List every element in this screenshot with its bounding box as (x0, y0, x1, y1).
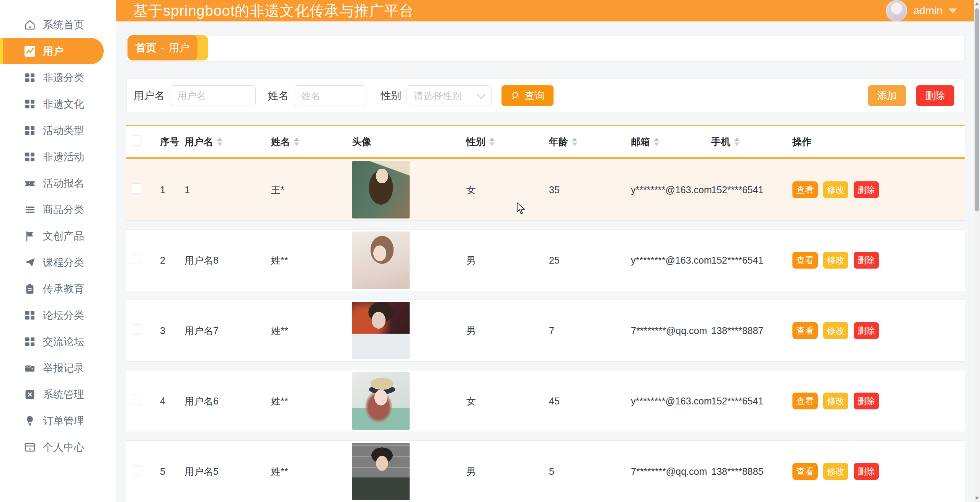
sort-carets-icon[interactable] (489, 137, 495, 146)
row-gender: 女 (466, 395, 476, 407)
view-button[interactable]: 查看 (792, 322, 818, 339)
column-header-用户名[interactable]: 用户名 (185, 135, 222, 148)
content: 首页 - 用户 用户名 姓名 性别 请选择性别 (116, 21, 980, 502)
search-button[interactable]: 查询 (501, 85, 554, 106)
edit-button[interactable]: 修改 (823, 252, 848, 269)
view-button[interactable]: 查看 (792, 463, 818, 480)
view-button[interactable]: 查看 (792, 181, 818, 198)
gender-select[interactable]: 请选择性别 (407, 85, 492, 106)
edit-button[interactable]: 修改 (823, 463, 848, 480)
breadcrumb-home[interactable]: 首页 (136, 41, 156, 55)
table-row[interactable]: 2用户名8姓**男25y********@163.com152****6541查… (126, 229, 965, 291)
row-gender: 男 (466, 465, 476, 478)
row-checkbox[interactable] (132, 465, 142, 476)
sidebar-item-非遗分类[interactable]: 非遗分类 (0, 64, 116, 91)
table-row[interactable]: 4用户名6姓**女45y********@163.com152****6541查… (126, 370, 965, 432)
table-row[interactable]: 3用户名7姓**男77********@qq.com138****8887查看修… (126, 300, 965, 362)
sidebar-item-交流论坛[interactable]: 交流论坛 (0, 328, 116, 355)
column-header-姓名[interactable]: 姓名 (271, 135, 299, 148)
sidebar-item-系统管理[interactable]: 系统管理 (0, 381, 116, 407)
row-phone: 138****8887 (711, 325, 763, 336)
add-button[interactable]: 添加 (868, 85, 906, 106)
sidebar-item-论坛分类[interactable]: 论坛分类 (0, 302, 116, 328)
sidebar-item-label: 举报记录 (43, 361, 84, 375)
sort-carets-icon[interactable] (572, 137, 577, 146)
page-title: 基于springboot的非遗文化传承与推广平台 (133, 1, 414, 21)
sort-carets-icon[interactable] (217, 137, 222, 146)
sidebar-item-文创产品[interactable]: 文创产品 (0, 223, 116, 249)
edit-button[interactable]: 修改 (823, 322, 848, 339)
row-checkbox[interactable] (132, 395, 142, 405)
sort-carets-icon[interactable] (294, 137, 299, 146)
name-filter-input[interactable] (294, 85, 366, 106)
avatar[interactable] (352, 231, 410, 289)
delete-row-button[interactable]: 删除 (854, 181, 879, 198)
sidebar-item-非遗活动[interactable]: 非遗活动 (0, 143, 116, 170)
delete-button[interactable]: 删除 (916, 85, 954, 106)
sidebar-item-label: 系统首页 (43, 18, 84, 32)
row-index: 3 (160, 325, 165, 336)
edit-button[interactable]: 修改 (823, 181, 848, 198)
sidebar-item-label: 非遗分类 (43, 71, 84, 85)
user-menu[interactable]: admin (886, 0, 957, 21)
row-email: y********@163.com (631, 255, 712, 266)
row-gender: 男 (466, 324, 476, 337)
row-age: 25 (549, 255, 560, 266)
sidebar-item-用户[interactable]: 用户 (0, 38, 104, 64)
breadcrumb-pill[interactable]: 首页 - 用户 (127, 35, 198, 60)
sidebar-item-举报记录[interactable]: 举报记录 (0, 355, 116, 381)
view-button[interactable]: 查看 (792, 393, 818, 409)
delete-row-button[interactable]: 删除 (854, 252, 879, 269)
sidebar-item-传承教育[interactable]: 传承教育 (0, 275, 116, 302)
user-avatar[interactable] (886, 0, 907, 21)
row-age: 35 (549, 184, 560, 196)
row-index: 5 (160, 466, 165, 477)
sidebar-item-label: 系统管理 (43, 388, 84, 401)
delete-row-button[interactable]: 删除 (854, 463, 879, 480)
row-phone: 152****6541 (711, 255, 763, 266)
edit-button[interactable]: 修改 (823, 393, 848, 409)
row-checkbox[interactable] (132, 254, 142, 264)
list-icon (24, 204, 36, 216)
sidebar-item-系统首页[interactable]: 系统首页 (0, 11, 116, 38)
sidebar-item-课程分类[interactable]: 课程分类 (0, 249, 116, 275)
sidebar-item-商品分类[interactable]: 商品分类 (0, 196, 116, 223)
chevron-down-icon (477, 90, 486, 99)
scroll-down-arrow-icon[interactable] (975, 497, 979, 500)
table-row[interactable]: 11王*女35y********@163.com152****6541查看修改删… (126, 159, 965, 221)
avatar[interactable] (352, 443, 410, 500)
delete-row-button[interactable]: 删除 (854, 322, 879, 339)
sidebar-item-label: 论坛分类 (43, 308, 84, 322)
column-header-性别[interactable]: 性别 (466, 135, 495, 148)
delete-row-button[interactable]: 删除 (854, 393, 879, 409)
sidebar-item-label: 订单管理 (43, 414, 84, 428)
avatar[interactable] (352, 161, 410, 218)
chevron-down-icon (949, 8, 957, 13)
card-icon (24, 441, 36, 453)
sort-carets-icon[interactable] (734, 137, 740, 146)
sort-carets-icon[interactable] (654, 137, 659, 146)
column-header-手机[interactable]: 手机 (711, 135, 740, 148)
row-checkbox[interactable] (132, 324, 142, 335)
column-header-邮箱[interactable]: 邮箱 (631, 135, 659, 148)
sidebar-item-个人中心[interactable]: 个人中心 (0, 434, 116, 460)
avatar[interactable] (352, 302, 410, 359)
flag-icon (24, 230, 36, 242)
row-name: 姓** (271, 465, 288, 478)
row-name: 王* (271, 184, 284, 196)
row-username: 用户名7 (185, 324, 219, 337)
column-header-年龄[interactable]: 年龄 (549, 135, 577, 148)
avatar[interactable] (352, 372, 410, 430)
scroll-up-arrow-icon[interactable] (975, 2, 979, 5)
sidebar-item-订单管理[interactable]: 订单管理 (0, 407, 116, 434)
vertical-scrollbar[interactable] (974, 0, 980, 502)
sidebar-item-活动报名[interactable]: 活动报名 (0, 170, 116, 196)
row-checkbox[interactable] (132, 184, 142, 194)
table-row[interactable]: 5用户名5姓**男57********@qq.com138****8885查看修… (126, 440, 965, 502)
scrollbar-thumb[interactable] (975, 8, 979, 211)
select-all-checkbox[interactable] (132, 135, 142, 146)
sidebar-item-非遗文化[interactable]: 非遗文化 (0, 91, 116, 117)
username-filter-input[interactable] (170, 85, 256, 106)
sidebar-item-活动类型[interactable]: 活动类型 (0, 117, 116, 143)
view-button[interactable]: 查看 (792, 252, 818, 269)
